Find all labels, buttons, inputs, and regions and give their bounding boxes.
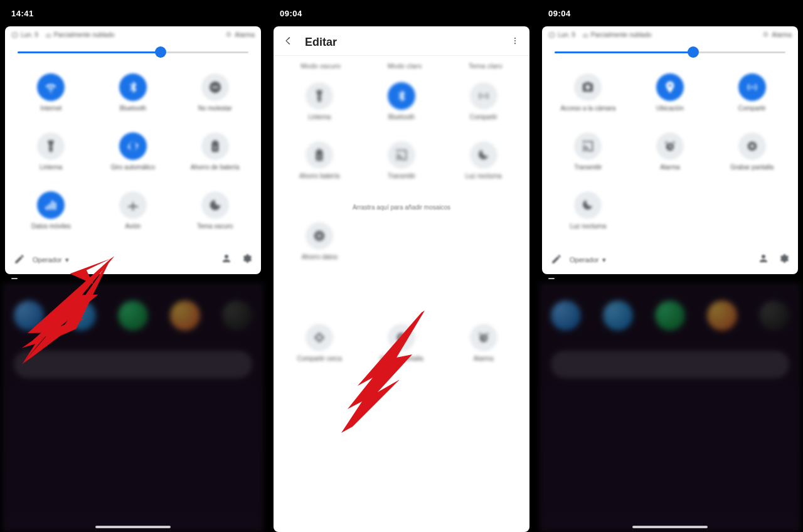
editor-tab[interactable]: Modo oscuro <box>300 62 341 70</box>
home-screen-blurred <box>3 283 263 532</box>
bluetooth-icon <box>388 82 415 110</box>
phone-screenshot-2: 09:04 Editar Modo oscuroModo claroTema c… <box>269 0 534 532</box>
qs-tile-label: Ahorro de batería <box>191 164 240 178</box>
battery-icon <box>306 141 333 169</box>
qs-tile-label: Compartir cerca <box>297 355 342 369</box>
user-icon[interactable] <box>758 253 769 267</box>
status-clock: 09:04 <box>280 9 302 18</box>
qs-tile-hotspot[interactable]: Compartir <box>442 78 524 132</box>
qs-tile-data-saver[interactable]: Ahorro datos <box>279 218 361 272</box>
rotate-icon <box>119 132 147 160</box>
calendar-icon <box>11 31 18 38</box>
quick-settings-panel: Lun. 9 Parcialmente nublado Alarma Acces… <box>542 26 798 274</box>
alarm-chip: Alarma <box>762 31 792 38</box>
brightness-slider[interactable] <box>18 45 248 60</box>
brightness-slider-row <box>542 41 798 66</box>
overflow-menu-icon[interactable] <box>509 35 521 49</box>
user-icon[interactable] <box>221 253 232 267</box>
qs-editor-panel: Editar Modo oscuroModo claroTema claro L… <box>274 26 529 532</box>
alarm-chip: Alarma <box>225 31 255 38</box>
drag-hint-text: Arrastra aquí para añadir mosaicos <box>274 198 529 215</box>
drag-handle[interactable] <box>3 274 263 283</box>
chrome-app-icon <box>170 301 200 331</box>
carrier-label: Operador ▾ <box>33 256 69 264</box>
datasaver-icon <box>306 222 333 250</box>
messages-app-icon <box>603 301 633 331</box>
qs-tile-label: Ahorro batería <box>299 173 339 186</box>
qs-tile-label: No molestar <box>198 105 232 119</box>
settings-icon[interactable] <box>778 253 789 267</box>
qs-tile-label: Alarma <box>474 355 494 369</box>
signal-icon <box>37 191 65 219</box>
qs-tile-label: Transmitir <box>574 164 602 178</box>
qs-tile-night-light[interactable]: Luz nocturna <box>442 137 524 191</box>
qs-tile-cast[interactable]: Transmitir <box>547 129 629 183</box>
qs-tile-flashlight[interactable]: Linterna <box>279 78 361 132</box>
qs-tile-wifi[interactable]: Internet <box>10 70 92 124</box>
status-bar: 14:41 <box>3 0 263 26</box>
qs-tile-dnd[interactable]: No molestar <box>174 70 256 124</box>
qs-tile-grid-active: LinternaBluetoothCompartirAhorro batería… <box>274 75 529 198</box>
qs-tile-night-light[interactable]: Luz nocturna <box>547 188 629 242</box>
qs-tile-label: Transmitir <box>388 173 415 186</box>
qs-tile-camera-access[interactable]: Acceso a la cámara <box>547 70 629 124</box>
gesture-bar <box>364 526 439 528</box>
qs-tile-label: Internet <box>40 105 61 119</box>
qs-tile-airplane[interactable]: Avión <box>92 188 174 242</box>
weather-chip: Parcialmente nublado <box>582 31 652 38</box>
editor-title: Editar <box>305 36 337 49</box>
moon-icon <box>470 141 497 169</box>
qs-tile-grid: Acceso a la cámaraUbicaciónCompartirTran… <box>542 66 798 248</box>
qs-tile-screen-record[interactable]: Grabar pantalla <box>711 129 793 183</box>
qs-tile-label: Bluetooth <box>120 105 146 119</box>
qs-tile-bluetooth[interactable]: Bluetooth <box>92 70 174 124</box>
qs-tile-battery-saver[interactable]: Ahorro de batería <box>174 129 256 183</box>
editor-tab[interactable]: Modo claro <box>388 62 422 70</box>
qs-tile-alarm[interactable]: Alarma <box>442 320 524 374</box>
cloud-icon <box>582 31 588 38</box>
carrier-label: Operador ▾ <box>570 256 606 264</box>
qs-tile-label: Acceso a la cámara <box>560 105 615 119</box>
chrome-app-icon <box>707 301 737 331</box>
edit-icon[interactable] <box>551 253 562 266</box>
back-icon[interactable] <box>282 35 294 49</box>
qs-tile-label: Giro automático <box>111 164 156 178</box>
record-icon <box>388 324 415 351</box>
qs-tile-label: Luz nocturna <box>465 173 502 186</box>
qs-tile-hotspot[interactable]: Compartir <box>711 70 793 124</box>
edit-icon[interactable] <box>14 253 25 266</box>
qs-tile-label: Datos móviles <box>31 223 71 237</box>
qs-tile-label: Compartir <box>470 114 497 127</box>
hotspot-icon <box>470 82 497 110</box>
qs-tile-dark-theme[interactable]: Tema oscuro <box>174 188 256 242</box>
camera-icon <box>574 73 602 101</box>
qs-tile-label: Luz nocturna <box>570 223 606 237</box>
drag-handle[interactable] <box>540 274 800 283</box>
phone-app-icon <box>14 301 44 331</box>
qs-tile-nearby[interactable]: Compartir cerca <box>279 320 361 374</box>
battery-icon <box>201 132 229 160</box>
editor-tab[interactable]: Tema claro <box>469 62 503 70</box>
editor-tabs: Modo oscuroModo claroTema claro <box>274 56 529 75</box>
qs-tile-rotation[interactable]: Giro automático <box>92 129 174 183</box>
qs-tile-cast[interactable]: Transmitir <box>361 137 443 191</box>
phone-screenshot-3: 09:04 Lun. 9 Parcialmente nublado Alarma… <box>537 0 803 532</box>
settings-icon[interactable] <box>241 253 252 267</box>
phone-app-icon <box>551 301 581 331</box>
qs-tile-label: Tema oscuro <box>197 223 233 237</box>
qs-tile-bluetooth[interactable]: Bluetooth <box>361 78 443 132</box>
flashlight-icon <box>306 82 333 110</box>
qs-tile-mobile-data[interactable]: Datos móviles <box>10 188 92 242</box>
camera-app-icon <box>759 301 789 331</box>
cast-icon <box>574 132 602 160</box>
qs-tile-label: Bluetooth <box>388 114 415 127</box>
messages-app-icon <box>66 301 96 331</box>
qs-tile-alarm[interactable]: Alarma <box>629 129 711 183</box>
qs-tile-location[interactable]: Ubicación <box>629 70 711 124</box>
qs-tile-screen-record[interactable]: Grabar pantalla <box>361 320 443 374</box>
bell-icon <box>225 31 232 38</box>
qs-tile-battery-saver[interactable]: Ahorro batería <box>279 137 361 191</box>
qs-tile-label: Avión <box>125 223 141 237</box>
brightness-slider[interactable] <box>555 45 785 60</box>
qs-tile-flashlight[interactable]: Linterna <box>10 129 92 183</box>
